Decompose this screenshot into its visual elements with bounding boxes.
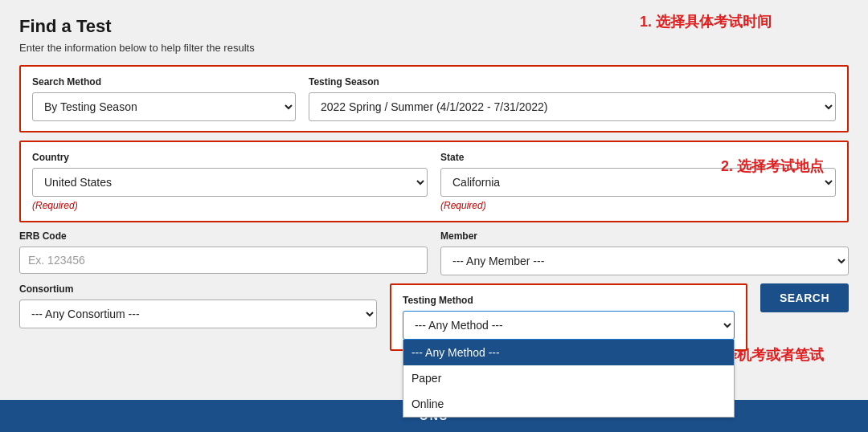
erb-member-row: ERB Code Member --- Any Member --- bbox=[19, 230, 849, 275]
consortium-group: Consortium --- Any Consortium --- bbox=[19, 283, 377, 328]
member-label: Member bbox=[440, 230, 849, 242]
testing-season-group: Testing Season 2022 Spring / Summer (4/1… bbox=[309, 76, 836, 121]
country-select[interactable]: United States bbox=[32, 168, 428, 197]
search-season-box: Search Method By Testing Season Testing … bbox=[19, 65, 849, 132]
annotation-step1: 1. 选择具体考试时间 bbox=[640, 12, 772, 31]
annotation-step2: 2. 选择考试地点 bbox=[721, 157, 824, 176]
testing-method-box: Testing Method --- Any Method --- --- An… bbox=[390, 283, 747, 351]
location-row: Country United States (Required) State C… bbox=[32, 152, 836, 211]
country-required: (Required) bbox=[32, 200, 428, 211]
option-any-method[interactable]: --- Any Method --- bbox=[403, 340, 734, 365]
testing-season-select[interactable]: 2022 Spring / Summer (4/1/2022 - 7/31/20… bbox=[309, 92, 836, 121]
testing-method-select[interactable]: --- Any Method --- bbox=[403, 311, 735, 340]
country-group: Country United States (Required) bbox=[32, 152, 428, 211]
page-subtitle: Enter the information below to help filt… bbox=[19, 42, 849, 54]
erb-label: ERB Code bbox=[19, 230, 428, 242]
bottom-row: Consortium --- Any Consortium --- Testin… bbox=[19, 283, 849, 351]
testing-method-area: Testing Method --- Any Method --- --- An… bbox=[390, 283, 747, 351]
testing-method-dropdown-wrapper: --- Any Method --- --- Any Method --- Pa… bbox=[403, 311, 735, 340]
consortium-label: Consortium bbox=[19, 283, 377, 295]
member-group: Member --- Any Member --- bbox=[440, 230, 849, 275]
search-season-row: Search Method By Testing Season Testing … bbox=[32, 76, 836, 121]
erb-input[interactable] bbox=[19, 247, 428, 274]
search-method-select[interactable]: By Testing Season bbox=[32, 92, 296, 121]
option-paper[interactable]: Paper bbox=[403, 365, 734, 391]
member-select[interactable]: --- Any Member --- bbox=[440, 247, 849, 275]
search-method-group: Search Method By Testing Season bbox=[32, 76, 296, 121]
option-online[interactable]: Online bbox=[403, 391, 734, 417]
search-method-label: Search Method bbox=[32, 76, 296, 88]
testing-method-dropdown-open: --- Any Method --- Paper Online bbox=[403, 340, 735, 418]
country-label: Country bbox=[32, 152, 428, 163]
state-required: (Required) bbox=[440, 200, 836, 211]
search-button-area: SEARCH bbox=[760, 283, 849, 312]
consortium-select[interactable]: --- Any Consortium --- bbox=[19, 300, 377, 328]
testing-method-label: Testing Method bbox=[403, 295, 735, 306]
search-button[interactable]: SEARCH bbox=[760, 283, 849, 312]
location-box: Country United States (Required) State C… bbox=[19, 141, 849, 222]
testing-season-label: Testing Season bbox=[309, 76, 836, 88]
erb-group: ERB Code bbox=[19, 230, 428, 275]
